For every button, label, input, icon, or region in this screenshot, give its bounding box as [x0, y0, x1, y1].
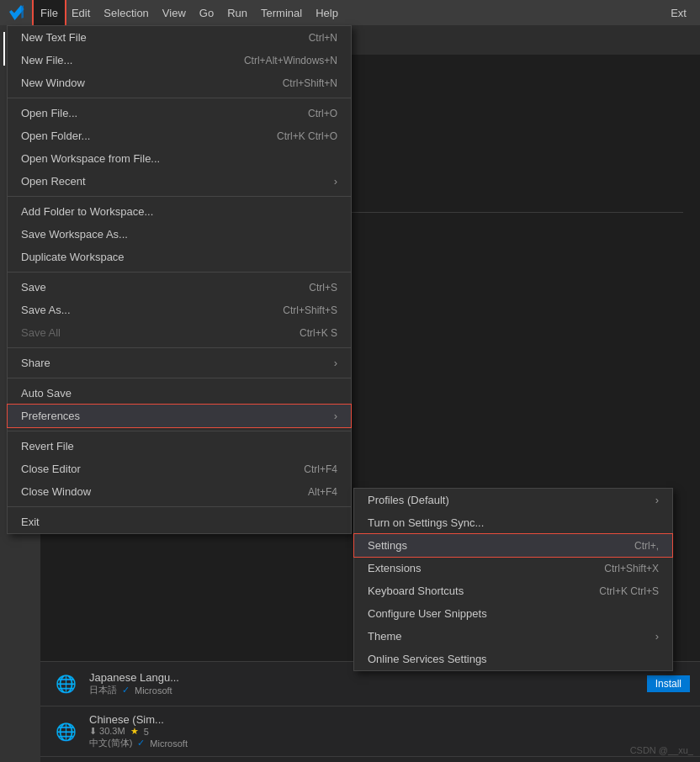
ext-chinese-subtext: 中文(简体)	[89, 737, 132, 749]
submenu-profiles[interactable]: Profiles (Default) ›	[354, 489, 672, 511]
menu-save-workspace-as-label: Save Workspace As...	[21, 228, 128, 241]
submenu-settings-sync[interactable]: Turn on Settings Sync...	[354, 511, 672, 534]
menu-open-workspace-label: Open Workspace from File...	[21, 152, 160, 165]
ext-chinese-stars: 5	[144, 727, 149, 737]
install-japanese-button[interactable]: Install	[647, 675, 690, 692]
menu-close-editor[interactable]: Close Editor Ctrl+F4	[8, 458, 351, 480]
menu-exit[interactable]: Exit	[8, 511, 351, 533]
menu-new-window[interactable]: New Window Ctrl+Shift+N	[8, 71, 351, 94]
menu-save-as[interactable]: Save As... Ctrl+Shift+S	[8, 299, 351, 321]
ext-japanese-publisher: Microsoft	[135, 685, 172, 696]
submenu-online-services[interactable]: Online Services Settings	[354, 648, 672, 670]
menu-auto-save[interactable]: Auto Save	[8, 382, 351, 405]
menu-new-file-shortcut: Ctrl+Alt+Windows+N	[244, 55, 337, 66]
menu-open-recent[interactable]: Open Recent ›	[8, 170, 351, 193]
menu-new-window-shortcut: Ctrl+Shift+N	[283, 77, 337, 89]
open-recent-arrow-icon: ›	[334, 175, 337, 188]
separator-1	[8, 98, 351, 98]
submenu-theme[interactable]: Theme ›	[354, 625, 672, 648]
submenu-extensions-label: Extensions	[368, 562, 422, 574]
menu-open-file-shortcut: Ctrl+O	[308, 108, 337, 119]
menu-open-workspace[interactable]: Open Workspace from File...	[8, 147, 351, 170]
menu-duplicate-workspace[interactable]: Duplicate Workspace	[8, 246, 351, 268]
menu-close-window[interactable]: Close Window Alt+F4	[8, 480, 351, 503]
ext-chinese-info: Chinese (Sim... ⬇ 30.3M ★ 5 中文(简体) ✓ Mic…	[89, 713, 690, 749]
submenu-user-snippets[interactable]: Configure User Snippets	[354, 602, 672, 625]
menubar-file[interactable]: File	[34, 0, 65, 25]
menubar-edit[interactable]: Edit	[65, 0, 97, 25]
ext-list-item-chinese[interactable]: 🌐 Chinese (Sim... ⬇ 30.3M ★ 5 中文(简体) ✓ M…	[40, 706, 700, 757]
menu-save[interactable]: Save Ctrl+S	[8, 276, 351, 299]
menubar-run[interactable]: Run	[220, 0, 254, 25]
menu-revert-file[interactable]: Revert File	[8, 435, 351, 458]
menubar-view[interactable]: View	[156, 0, 193, 25]
ext-star-icon: ★	[130, 726, 139, 737]
menu-save-all: Save All Ctrl+K S	[8, 321, 351, 344]
submenu-profiles-label: Profiles (Default)	[368, 494, 449, 506]
menu-close-editor-label: Close Editor	[21, 463, 81, 475]
menu-save-workspace-as[interactable]: Save Workspace As...	[8, 223, 351, 246]
menu-new-text-file[interactable]: New Text File Ctrl+N	[8, 26, 351, 49]
menu-open-folder[interactable]: Open Folder... Ctrl+K Ctrl+O	[8, 124, 351, 147]
ext-japanese-info: Japanese Langu... 日本語 ✓ Microsoft	[89, 671, 639, 696]
vscode-logo	[7, 3, 27, 23]
menu-save-all-shortcut: Ctrl+K S	[300, 327, 337, 339]
submenu-extensions-shortcut: Ctrl+Shift+X	[604, 563, 659, 574]
submenu-settings[interactable]: Settings Ctrl+,	[354, 534, 672, 557]
menu-close-window-shortcut: Alt+F4	[308, 486, 337, 498]
microsoft-badge-icon: ✓	[122, 685, 130, 696]
separator-2	[8, 196, 351, 197]
menu-open-folder-shortcut: Ctrl+K Ctrl+O	[277, 130, 337, 142]
menubar-terminal[interactable]: Terminal	[254, 0, 309, 25]
menubar-selection[interactable]: Selection	[97, 0, 155, 25]
preferences-submenu: Profiles (Default) › Turn on Settings Sy…	[353, 488, 673, 671]
menu-revert-file-label: Revert File	[21, 440, 74, 452]
menu-open-file-label: Open File...	[21, 107, 77, 119]
menu-share[interactable]: Share ›	[8, 352, 351, 374]
submenu-settings-label: Settings	[368, 539, 407, 552]
menu-save-as-label: Save As...	[21, 304, 71, 316]
watermark: CSDN @__xu_	[630, 745, 693, 755]
menu-new-file-label: New File...	[21, 54, 72, 66]
menubar-go[interactable]: Go	[193, 0, 220, 25]
ext-chinese-publisher: Microsoft	[150, 738, 188, 749]
preferences-arrow-icon: ›	[334, 410, 337, 422]
menubar-ext: Ext	[664, 3, 693, 23]
menu-new-text-file-label: New Text File	[21, 31, 87, 44]
submenu-keyboard-shortcuts-shortcut: Ctrl+K Ctrl+S	[599, 585, 659, 597]
theme-arrow-icon: ›	[655, 630, 659, 643]
menu-new-window-label: New Window	[21, 77, 85, 89]
menu-open-file[interactable]: Open File... Ctrl+O	[8, 102, 351, 124]
submenu-settings-sync-label: Turn on Settings Sync...	[368, 516, 484, 529]
separator-4	[8, 347, 351, 348]
menu-save-shortcut: Ctrl+S	[309, 282, 337, 294]
ext-japanese-subtext: 日本語	[89, 684, 117, 696]
ext-chinese-sub2: 中文(简体) ✓ Microsoft	[89, 737, 690, 749]
file-menu-dropdown: New Text File Ctrl+N New File... Ctrl+Al…	[7, 25, 352, 534]
menu-preferences[interactable]: Preferences ›	[8, 405, 351, 427]
ext-chinese-sub: ⬇ 30.3M ★ 5	[89, 726, 690, 737]
menu-exit-label: Exit	[21, 516, 40, 528]
menu-duplicate-workspace-label: Duplicate Workspace	[21, 251, 125, 263]
menu-save-label: Save	[21, 281, 46, 294]
extension-list: 🌐 Japanese Langu... 日本語 ✓ Microsoft Inst…	[40, 661, 700, 762]
menu-add-folder[interactable]: Add Folder to Workspace...	[8, 200, 351, 223]
share-arrow-icon: ›	[334, 357, 337, 369]
submenu-extensions[interactable]: Extensions Ctrl+Shift+X	[354, 557, 672, 579]
menu-open-recent-label: Open Recent	[21, 175, 86, 188]
app-window: File Edit Selection View Go Run Terminal…	[0, 0, 700, 762]
submenu-theme-label: Theme	[368, 630, 401, 643]
menubar-help[interactable]: Help	[309, 0, 345, 25]
menu-add-folder-label: Add Folder to Workspace...	[21, 205, 153, 218]
menu-new-file[interactable]: New File... Ctrl+Alt+Windows+N	[8, 49, 351, 71]
menu-new-text-file-shortcut: Ctrl+N	[309, 32, 337, 44]
ext-chinese-name: Chinese (Sim...	[89, 713, 690, 726]
submenu-keyboard-shortcuts[interactable]: Keyboard Shortcuts Ctrl+K Ctrl+S	[354, 579, 672, 602]
menu-close-window-label: Close Window	[21, 485, 91, 498]
menu-auto-save-label: Auto Save	[21, 387, 72, 400]
submenu-user-snippets-label: Configure User Snippets	[368, 607, 487, 620]
ext-japanese-name: Japanese Langu...	[89, 671, 639, 684]
ext-japanese-icon: 🌐	[50, 669, 81, 699]
menu-close-editor-shortcut: Ctrl+F4	[304, 463, 337, 475]
ext-japanese-sub: 日本語 ✓ Microsoft	[89, 684, 639, 696]
